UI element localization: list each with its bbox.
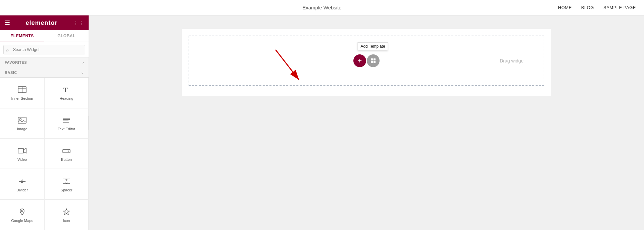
widget-heading[interactable]: T Heading [44, 78, 89, 108]
widget-google-maps-label: Google Maps [11, 219, 33, 223]
sidebar: ☰ elementor ⋮⋮ ELEMENTS GLOBAL FAVORITES… [0, 15, 89, 230]
add-template-button[interactable] [367, 54, 380, 67]
red-arrow-annotation [255, 43, 329, 97]
widget-divider[interactable]: Divider [0, 169, 44, 199]
grid-icon[interactable]: ⋮⋮ [73, 20, 84, 26]
widget-icon-label: Icon [63, 219, 70, 223]
svg-rect-10 [18, 148, 23, 153]
widget-google-maps[interactable]: Google Maps [0, 199, 44, 230]
canvas-area: + Add Template Drag widg [89, 15, 644, 230]
svg-point-18 [21, 210, 23, 212]
top-bar: Example Website HOME BLOG SAMPLE PAGE [0, 0, 644, 15]
widget-heading-label: Heading [60, 96, 73, 100]
main-layout: ☰ elementor ⋮⋮ ELEMENTS GLOBAL FAVORITES… [0, 15, 644, 230]
widget-image-label: Image [17, 127, 28, 131]
svg-rect-22 [374, 58, 376, 60]
button-icon [61, 146, 72, 155]
basic-label: BASIC [5, 71, 17, 75]
page-canvas: + Add Template Drag widg [182, 29, 551, 96]
add-template-tooltip: Add Template [357, 42, 388, 50]
widget-spacer[interactable]: Spacer [44, 169, 89, 199]
svg-rect-4 [18, 117, 26, 123]
elementor-logo: elementor [26, 19, 57, 27]
widget-divider-label: Divider [16, 188, 28, 192]
widget-video-label: Video [17, 157, 27, 162]
search-input[interactable] [3, 45, 85, 54]
nav-blog[interactable]: BLOG [581, 5, 594, 10]
basic-chevron-icon: ⌄ [81, 70, 84, 75]
widget-icon[interactable]: Icon [44, 199, 89, 230]
svg-rect-24 [374, 61, 376, 63]
widget-button[interactable]: Button [44, 139, 89, 169]
svg-point-5 [20, 119, 21, 120]
basic-section-header[interactable]: BASIC ⌄ [0, 67, 89, 78]
widget-grid: Inner Section T Heading Image [0, 78, 89, 230]
widget-button-label: Button [61, 157, 72, 162]
widget-spacer-label: Spacer [61, 188, 72, 192]
widget-video[interactable]: Video [0, 139, 44, 169]
favorites-chevron-icon: › [83, 60, 84, 65]
widget-image[interactable]: Image [0, 108, 44, 139]
favorites-section[interactable]: FAVORITES › [0, 57, 89, 67]
widget-inner-section[interactable]: Inner Section [0, 78, 44, 108]
svg-text:T: T [63, 86, 68, 94]
tab-global[interactable]: GLOBAL [44, 30, 89, 42]
widget-inner-section-label: Inner Section [11, 96, 33, 100]
widget-text-editor[interactable]: Text Editor [44, 108, 89, 139]
google-maps-icon [17, 207, 28, 217]
image-icon [17, 116, 28, 125]
drop-zone[interactable]: + Add Template Drag widg [189, 36, 544, 86]
heading-icon: T [61, 85, 72, 94]
sidebar-tabs: ELEMENTS GLOBAL [0, 30, 89, 42]
inner-section-icon [17, 85, 28, 94]
video-icon [17, 146, 28, 155]
favorites-label: FAVORITES [5, 60, 27, 64]
spacer-icon [61, 177, 72, 186]
top-nav: HOME BLOG SAMPLE PAGE [558, 5, 636, 10]
text-editor-icon [61, 116, 72, 125]
nav-home[interactable]: HOME [558, 5, 572, 10]
icon-icon [61, 207, 72, 217]
tab-elements[interactable]: ELEMENTS [0, 30, 44, 42]
sidebar-header: ☰ elementor ⋮⋮ [0, 15, 89, 30]
nav-sample-page[interactable]: SAMPLE PAGE [603, 5, 636, 10]
svg-rect-23 [371, 61, 373, 63]
sidebar-search-container [0, 42, 89, 57]
action-buttons: + Add Template [353, 54, 380, 67]
hamburger-icon[interactable]: ☰ [5, 19, 10, 27]
svg-rect-21 [371, 58, 373, 60]
drop-zone-hint: Drag widge [500, 58, 524, 63]
widget-text-editor-label: Text Editor [58, 127, 75, 131]
svg-line-20 [276, 50, 299, 80]
site-title: Example Website [302, 5, 341, 10]
add-widget-button[interactable]: + [353, 54, 366, 67]
divider-icon [17, 177, 28, 186]
